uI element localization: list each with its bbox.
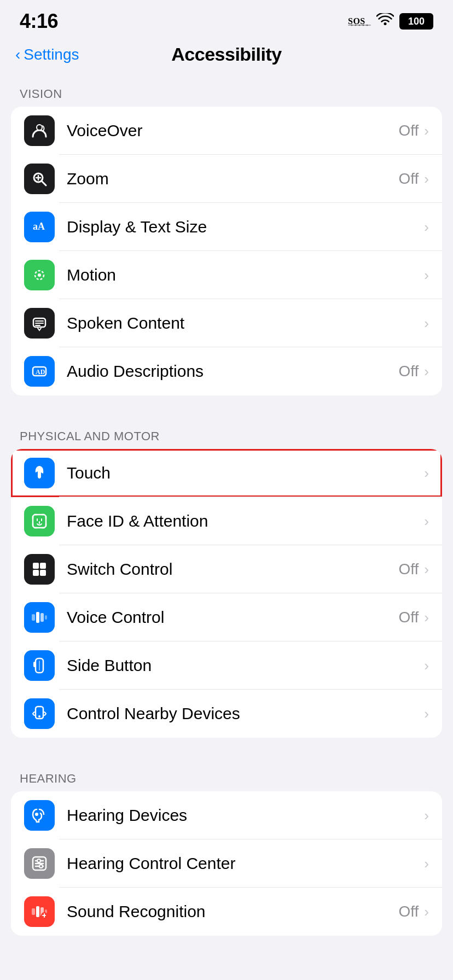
svg-point-8 [37, 125, 42, 130]
svg-rect-54 [32, 908, 35, 915]
touch-icon [24, 458, 55, 488]
svg-point-53 [39, 865, 43, 868]
voiceover-icon [24, 115, 55, 146]
svg-point-3 [355, 24, 357, 26]
soundrecognition-icon [24, 896, 55, 927]
svg-rect-55 [36, 906, 39, 917]
row-side-button[interactable]: Side Button › [11, 641, 442, 690]
spoken-chevron: › [424, 315, 429, 332]
hearing-control-chevron: › [424, 855, 429, 872]
display-icon: aA [24, 212, 55, 242]
voice-control-label: Voice Control [67, 608, 398, 627]
svg-rect-34 [33, 563, 39, 569]
zoom-icon [24, 164, 55, 194]
motion-label: Motion [67, 266, 424, 284]
svg-line-10 [42, 181, 46, 185]
switchcontrol-icon [24, 554, 55, 585]
status-bar: 4:16 SOS 100 [0, 0, 453, 38]
hearing-devices-label: Hearing Devices [67, 806, 424, 825]
faceid-chevron: › [424, 513, 429, 530]
motion-chevron: › [424, 267, 429, 284]
switch-control-label: Switch Control [67, 560, 398, 579]
hearing-card: Hearing Devices › Hearing Control Center… [11, 791, 442, 936]
svg-text:aA: aA [33, 221, 45, 232]
row-faceid[interactable]: Face ID & Attention › [11, 497, 442, 545]
row-nearby-devices[interactable]: Control Nearby Devices › [11, 690, 442, 738]
voiceover-label: VoiceOver [67, 121, 398, 140]
svg-rect-41 [45, 615, 47, 620]
voiceover-chevron: › [424, 122, 429, 139]
nearby-devices-label: Control Nearby Devices [67, 704, 424, 723]
svg-text:AD: AD [36, 368, 45, 376]
voice-control-chevron: › [424, 609, 429, 626]
svg-rect-43 [33, 662, 36, 667]
sos-icon: SOS [348, 14, 371, 29]
voice-control-value: Off [398, 609, 419, 626]
battery-icon: 100 [399, 13, 433, 30]
hearingdevices-icon [24, 800, 55, 831]
zoom-value: Off [398, 170, 419, 188]
svg-text:SOS: SOS [348, 16, 365, 26]
svg-rect-38 [32, 614, 35, 621]
svg-point-6 [367, 24, 368, 26]
row-zoom[interactable]: Zoom Off › [11, 155, 442, 203]
faceid-icon [24, 506, 55, 536]
section-physical: PHYSICAL AND MOTOR Touch › [0, 417, 453, 738]
row-sound-recognition[interactable]: Sound Recognition Off › [11, 888, 442, 936]
sidebutton-icon [24, 650, 55, 681]
row-touch[interactable]: Touch › [11, 449, 442, 497]
svg-rect-35 [40, 563, 46, 569]
svg-point-15 [38, 273, 41, 277]
row-voice-control[interactable]: Voice Control Off › [11, 593, 442, 641]
nearby-devices-chevron: › [424, 705, 429, 722]
vision-card: VoiceOver Off › Zoom Off › aA [11, 107, 442, 395]
touch-chevron: › [424, 465, 429, 482]
side-button-label: Side Button [67, 656, 424, 675]
status-icons: SOS 100 [348, 13, 433, 30]
audiodesc-icon: AD [24, 356, 55, 387]
page-title: Accessibility [171, 44, 281, 65]
svg-point-52 [37, 859, 40, 862]
nearbydevices-icon [24, 698, 55, 729]
audiodesc-chevron: › [424, 363, 429, 380]
svg-point-4 [359, 24, 361, 26]
section-hearing: HEARING Hearing Devices › [0, 760, 453, 936]
audiodesc-value: Off [398, 363, 419, 380]
zoom-label: Zoom [67, 170, 398, 188]
svg-rect-37 [40, 570, 46, 576]
sound-recognition-label: Sound Recognition [67, 902, 398, 921]
back-chevron-icon: ‹ [15, 46, 20, 63]
row-switch-control[interactable]: Switch Control Off › [11, 545, 442, 593]
row-hearing-devices[interactable]: Hearing Devices › [11, 791, 442, 839]
section-vision-header: VISION [0, 75, 453, 107]
svg-point-47 [35, 813, 38, 816]
sound-recognition-chevron: › [424, 903, 429, 920]
row-voiceover[interactable]: VoiceOver Off › [11, 107, 442, 155]
section-vision: VISION VoiceOver Off › [0, 75, 453, 395]
spoken-label: Spoken Content [67, 314, 424, 332]
sound-recognition-value: Off [398, 903, 419, 920]
svg-point-2 [351, 24, 353, 26]
display-label: Display & Text Size [67, 218, 424, 236]
row-hearing-control[interactable]: Hearing Control Center › [11, 839, 442, 888]
row-display-text[interactable]: aA Display & Text Size › [11, 203, 442, 251]
touch-label: Touch [67, 464, 424, 482]
wifi-icon [376, 13, 394, 30]
nav-header: ‹ Settings Accessibility [0, 38, 453, 75]
section-hearing-header: HEARING [0, 760, 453, 791]
physical-card: Touch › [11, 449, 442, 738]
row-audio-desc[interactable]: AD Audio Descriptions Off › [11, 347, 442, 395]
svg-point-5 [363, 24, 364, 26]
switch-control-chevron: › [424, 561, 429, 578]
motion-icon [24, 260, 55, 290]
voiceover-value: Off [398, 122, 419, 139]
display-chevron: › [424, 219, 429, 236]
hearing-devices-chevron: › [424, 807, 429, 824]
hearingcontrol-icon [24, 848, 55, 879]
row-spoken-content[interactable]: Spoken Content › [11, 299, 442, 347]
side-button-chevron: › [424, 657, 429, 674]
switch-control-value: Off [398, 561, 419, 578]
back-button[interactable]: ‹ Settings [15, 46, 79, 63]
svg-rect-36 [33, 570, 39, 576]
row-motion[interactable]: Motion › [11, 251, 442, 299]
